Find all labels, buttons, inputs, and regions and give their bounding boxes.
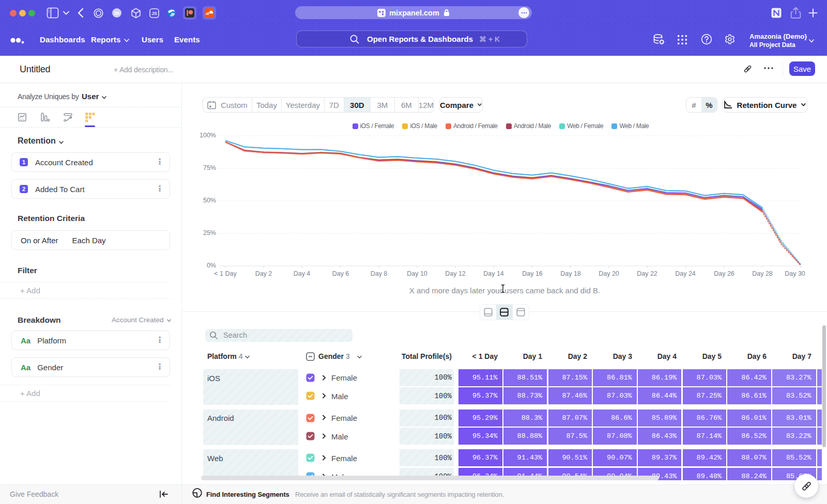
svg-text:JS: JS (151, 11, 157, 16)
